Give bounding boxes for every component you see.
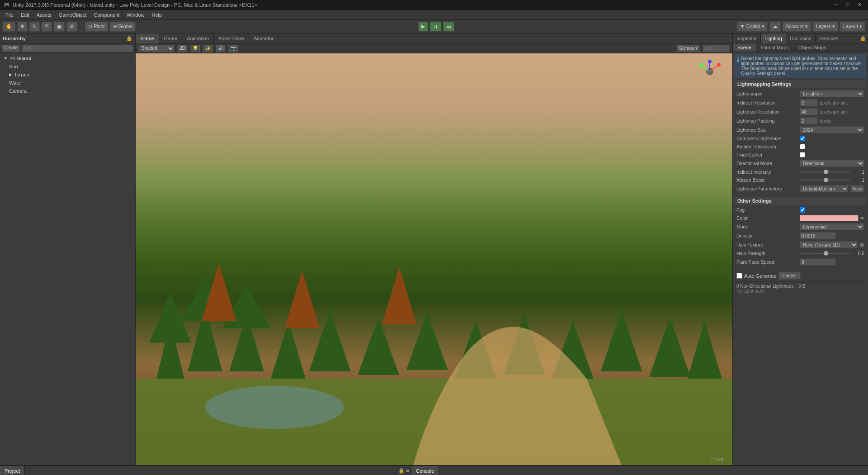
tab-scene[interactable]: Scene <box>136 33 159 43</box>
fog-density-label: Density <box>736 233 800 238</box>
indirect-intensity-track[interactable] <box>800 171 850 173</box>
final-gather-checkbox[interactable] <box>800 152 805 157</box>
ambient-occlusion-checkbox[interactable] <box>800 144 805 149</box>
fog-color-value: ✏ <box>800 215 864 221</box>
halo-texture-select[interactable]: None (Texture 2D) <box>800 241 858 248</box>
shaded-select[interactable]: Shaded <box>138 45 175 52</box>
albedo-boost-thumb[interactable] <box>824 178 828 182</box>
halo-strength-track[interactable] <box>800 252 850 254</box>
toolbar-move-btn[interactable]: ✥ <box>17 22 28 32</box>
collab-btn[interactable]: ▼ Collab ▾ <box>737 22 768 32</box>
close-btn[interactable]: ✕ <box>855 2 864 8</box>
layout-btn[interactable]: Layout ▾ <box>840 22 865 32</box>
fog-checkbox[interactable] <box>800 207 805 213</box>
compress-lightmaps-checkbox[interactable] <box>800 136 805 141</box>
project-menu-icon[interactable]: ≡ <box>406 468 409 474</box>
cloud-btn[interactable]: ☁ <box>769 22 781 32</box>
hierarchy-item-camera[interactable]: Camera <box>0 87 135 95</box>
indirect-res-input[interactable] <box>800 99 818 106</box>
tab-animator[interactable]: Animator <box>249 33 278 43</box>
fog-color-row: Color ✏ <box>735 214 866 222</box>
tab-project[interactable]: Project <box>0 466 25 475</box>
hierarchy-title: Hierarchy <box>3 36 26 41</box>
scene-filter[interactable] <box>703 45 730 52</box>
pivot-btn[interactable]: ⊙ Pivot <box>85 22 108 32</box>
lightmapper-select[interactable]: Enlighten <box>800 90 864 97</box>
hierarchy-item-sun[interactable]: Sun <box>0 62 135 71</box>
flare-fade-input[interactable] <box>800 258 836 266</box>
hierarchy-create-btn[interactable]: Create <box>2 45 20 52</box>
cancel-btn[interactable]: Cancel <box>778 272 801 280</box>
toolbar-rotate-btn[interactable]: ↻ <box>29 22 40 32</box>
subtab-scene[interactable]: Scene <box>733 43 756 52</box>
subtab-object-maps[interactable]: Object Maps <box>794 43 831 52</box>
lightmap-params-value: Default-Medium View <box>800 185 864 192</box>
indirect-intensity-thumb[interactable] <box>824 170 828 174</box>
console-panel: Console Clear Collapse Clear on Play Err… <box>411 466 868 475</box>
other-settings-header[interactable]: Other Settings <box>735 197 866 205</box>
auto-generate-label: Auto Generate <box>744 273 777 279</box>
albedo-boost-track[interactable] <box>800 179 850 181</box>
directional-mode-select[interactable]: Directional Non-Directional <box>800 160 864 167</box>
menu-component[interactable]: Component <box>90 11 123 19</box>
fog-color-edit-icon[interactable]: ✏ <box>860 215 864 221</box>
menu-window[interactable]: Window <box>123 11 148 19</box>
halo-texture-icon[interactable]: ◎ <box>860 242 864 248</box>
play-btn[interactable]: ▶ <box>418 22 428 32</box>
minimize-btn[interactable]: ─ <box>832 2 841 8</box>
tab-game[interactable]: Game <box>159 33 182 43</box>
lights-btn[interactable]: 💡 <box>190 45 200 52</box>
tab-lighting[interactable]: Lighting <box>761 33 786 43</box>
global-btn[interactable]: ⊕ Global <box>110 22 136 32</box>
lightmap-padding-value: texels <box>800 117 864 124</box>
tab-animation[interactable]: Animation <box>182 33 214 43</box>
other-settings-section: Other Settings Fog Color ✏ Mode <box>735 197 866 266</box>
scene-camera-btn[interactable]: 📷 <box>228 45 238 52</box>
auto-generate-checkbox[interactable] <box>736 273 742 279</box>
scene-canvas[interactable]: Persp <box>136 53 732 465</box>
hierarchy-item-terrain[interactable]: ▶Terrain <box>0 71 135 79</box>
tab-inspector[interactable]: Inspector <box>733 33 761 43</box>
toolbar-scale-btn[interactable]: ⇱ <box>42 22 52 32</box>
halo-strength-thumb[interactable] <box>824 251 828 256</box>
subtab-global-maps[interactable]: Global Maps <box>756 43 794 52</box>
lightmap-res-input[interactable] <box>800 108 818 115</box>
menu-edit[interactable]: Edit <box>17 11 33 19</box>
toolbar-rect-btn[interactable]: ▣ <box>54 22 65 32</box>
right-panel-lock[interactable]: 🔒 <box>858 35 868 41</box>
2d-btn[interactable]: 2D <box>177 45 188 52</box>
indirect-intensity-value: 1 <box>800 170 864 175</box>
toolbar-custom-btn[interactable]: ⚙ <box>66 22 77 32</box>
lightmap-params-select[interactable]: Default-Medium <box>800 185 849 192</box>
step-btn[interactable]: ⏭ <box>443 22 454 32</box>
lightmapping-header[interactable]: Lightmapping Settings <box>735 80 866 88</box>
account-btn[interactable]: Account ▾ <box>783 22 811 32</box>
fx-btn[interactable]: ✨ <box>203 45 213 52</box>
toolbar-hand-btn[interactable]: ✋ <box>3 22 15 32</box>
fog-mode-select[interactable]: Exponential Exponential Squared Linear <box>800 223 864 230</box>
tab-asset-store[interactable]: Asset Store <box>214 33 249 43</box>
lightmap-size-select[interactable]: 1024 512 2048 <box>800 126 864 133</box>
hierarchy-search[interactable] <box>22 45 133 52</box>
menu-assets[interactable]: Assets <box>33 11 55 19</box>
gizmos-btn[interactable]: Gizmos ▾ <box>676 45 700 52</box>
tab-services[interactable]: Services <box>816 33 842 43</box>
layers-btn[interactable]: Layers ▾ <box>813 22 838 32</box>
fog-density-input[interactable] <box>800 232 836 239</box>
menu-help[interactable]: Help <box>148 11 165 19</box>
lightmap-padding-input[interactable] <box>800 117 818 124</box>
project-lock-icon[interactable]: 🔒 <box>398 468 405 474</box>
lightmap-params-view-btn[interactable]: View <box>850 185 865 192</box>
hierarchy-lock-icon[interactable]: 🔒 <box>126 35 132 41</box>
svg-point-26 <box>699 63 703 66</box>
hierarchy-item-water[interactable]: Water <box>0 79 135 87</box>
tab-occlusion[interactable]: Occlusion <box>786 33 816 43</box>
pause-btn[interactable]: ⏸ <box>430 22 441 32</box>
menu-gameobject[interactable]: GameObject <box>55 11 90 19</box>
menu-file[interactable]: File <box>2 11 17 19</box>
tab-console[interactable]: Console <box>411 466 439 475</box>
audio-btn[interactable]: 🔊 <box>216 45 226 52</box>
fog-color-swatch[interactable] <box>800 215 859 221</box>
maximize-btn[interactable]: □ <box>844 2 852 8</box>
hierarchy-item-island[interactable]: ▼🎮 Island <box>0 54 135 62</box>
